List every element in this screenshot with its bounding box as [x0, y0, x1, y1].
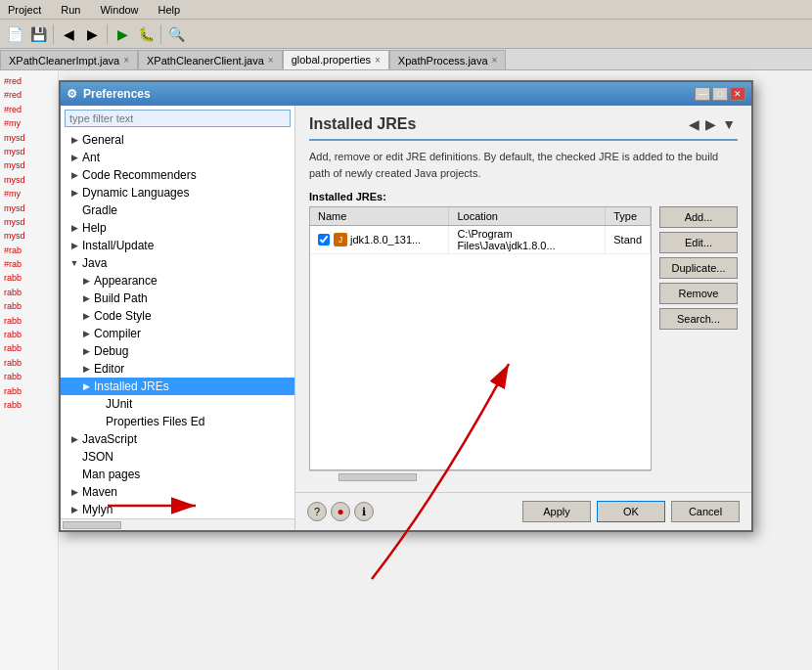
toolbar-new-btn[interactable]: 📄: [4, 23, 25, 45]
tab-label-xpath-client: XPathCleanerClient.java: [147, 55, 264, 67]
preferences-dialog: ⚙ Preferences — □ ✕: [59, 80, 753, 532]
tab-global-props[interactable]: global.properties ×: [283, 50, 389, 69]
tree-label-junit: JUnit: [104, 396, 134, 412]
toolbar-run-btn[interactable]: ▶: [112, 23, 133, 45]
tree-item-junit[interactable]: JUnit: [61, 395, 294, 413]
table-hscroll[interactable]: [309, 470, 652, 482]
tree-hscroll[interactable]: [61, 518, 294, 530]
record-icon-btn[interactable]: ●: [331, 502, 350, 521]
tree-arrow-editor: ▶: [80, 364, 92, 374]
toolbar-search-btn[interactable]: 🔍: [165, 23, 187, 45]
toolbar-fwd-btn[interactable]: ▶: [81, 23, 103, 45]
tree-label-debug: Debug: [92, 343, 130, 359]
tree-item-general[interactable]: ▶ General: [61, 131, 294, 149]
tree-arrow-dynamic-languages: ▶: [68, 188, 80, 198]
tree-item-compiler[interactable]: ▶ Compiler: [61, 325, 294, 342]
tree-item-installed-jres[interactable]: ▶ Installed JREs: [61, 378, 294, 395]
info-icon-btn[interactable]: ℹ: [354, 502, 374, 521]
content-title: Installed JREs: [309, 115, 416, 133]
tree-item-man-pages[interactable]: Man pages: [61, 466, 294, 483]
search-btn[interactable]: Search...: [659, 308, 738, 330]
tree-arrow-build-path: ▶: [80, 293, 92, 303]
tab-close-xpath-impt[interactable]: ×: [123, 55, 129, 66]
tree-item-dynamic-languages[interactable]: ▶ Dynamic Languages: [61, 184, 294, 201]
tree-arrow-mylyn: ▶: [68, 505, 80, 514]
menu-bar: Project Run Window Help: [0, 0, 812, 20]
tree-label-general: General: [80, 132, 126, 148]
toolbar-save-btn[interactable]: 💾: [27, 23, 49, 45]
tree-item-build-path[interactable]: ▶ Build Path: [61, 290, 294, 307]
cancel-btn[interactable]: Cancel: [671, 501, 740, 522]
toolbar-debug-btn[interactable]: 🐛: [135, 23, 157, 45]
tree-arrow-maven: ▶: [68, 487, 80, 497]
col-type: Type: [606, 207, 651, 226]
jre-table-container[interactable]: Name Location Type: [309, 206, 652, 470]
tree-label-ant: Ant: [80, 150, 102, 165]
nav-back-btn[interactable]: ◀: [687, 116, 701, 132]
remove-btn[interactable]: Remove: [659, 283, 738, 304]
tab-close-xpath-process[interactable]: ×: [492, 55, 498, 66]
tree-arrow-javascript: ▶: [68, 434, 80, 444]
tree-arrow-debug: ▶: [80, 346, 92, 356]
content-desc: Add, remove or edit JRE definitions. By …: [309, 149, 738, 181]
ok-btn[interactable]: OK: [597, 501, 665, 522]
title-row: Installed JREs ◀ ▶ ▼: [309, 115, 738, 133]
footer-left: ? ● ℹ: [307, 501, 517, 522]
tree-label-maven: Maven: [80, 484, 119, 500]
help-icon-btn[interactable]: ?: [307, 502, 327, 521]
tree-item-code-style[interactable]: ▶ Code Style: [61, 307, 294, 325]
tab-close-xpath-client[interactable]: ×: [268, 55, 274, 66]
tree-item-maven[interactable]: ▶ Maven: [61, 483, 294, 501]
dialog-maximize-btn[interactable]: □: [712, 87, 728, 101]
dialog-minimize-btn[interactable]: —: [695, 87, 710, 101]
menu-window[interactable]: Window: [96, 3, 142, 17]
dialog-close-btn[interactable]: ✕: [730, 87, 745, 101]
tree-label-appearance: Appearance: [92, 273, 159, 289]
menu-run[interactable]: Run: [57, 3, 84, 17]
tab-close-global-props[interactable]: ×: [375, 55, 381, 66]
tab-xpath-impt[interactable]: XPathCleanerImpt.java ×: [0, 50, 138, 69]
tab-xpath-client[interactable]: XPathCleanerClient.java ×: [138, 50, 283, 69]
nav-fwd-btn[interactable]: ▶: [703, 116, 718, 132]
tree-item-ant[interactable]: ▶ Ant: [61, 149, 294, 166]
duplicate-btn[interactable]: Duplicate...: [659, 257, 738, 279]
tree-arrow-general: ▶: [68, 135, 80, 145]
menu-project[interactable]: Project: [4, 3, 45, 17]
jre-name-content: J jdk1.8.0_131...: [318, 233, 440, 246]
tree-item-code-recommenders[interactable]: ▶ Code Recommenders: [61, 166, 294, 184]
menu-help[interactable]: Help: [155, 3, 185, 17]
tree-arrow-code-style: ▶: [80, 311, 92, 321]
tree-item-gradle[interactable]: Gradle: [61, 201, 294, 219]
tree-scroll[interactable]: ▶ General ▶ Ant ▶ Code Recommenders: [61, 131, 294, 518]
tree-item-editor[interactable]: ▶ Editor: [61, 360, 294, 378]
add-btn[interactable]: Add...: [659, 206, 738, 228]
toolbar: 📄 💾 ◀ ▶ ▶ 🐛 🔍: [0, 20, 812, 49]
tree-item-mylyn[interactable]: ▶ Mylyn: [61, 501, 294, 518]
table-container-wrap: Name Location Type: [309, 206, 652, 482]
table-hscroll-thumb[interactable]: [338, 473, 417, 481]
edit-btn[interactable]: Edit...: [659, 232, 738, 253]
tree-item-properties-files[interactable]: Properties Files Ed: [61, 413, 294, 430]
apply-btn[interactable]: Apply: [522, 501, 591, 522]
tree-arrow-compiler: ▶: [80, 329, 92, 338]
tree-item-help[interactable]: ▶ Help: [61, 219, 294, 237]
nav-menu-btn[interactable]: ▼: [720, 116, 738, 132]
tree-label-code-style: Code Style: [92, 308, 154, 324]
toolbar-sep-3: [160, 24, 161, 44]
tree-hscroll-thumb[interactable]: [63, 521, 121, 529]
content-area: Installed JREs ◀ ▶ ▼ Add, remove or edit…: [295, 106, 751, 530]
tree-item-appearance[interactable]: ▶ Appearance: [61, 272, 294, 290]
table-row[interactable]: J jdk1.8.0_131... C:\Program Files\Java\…: [310, 226, 651, 254]
col-location: Location: [449, 207, 606, 226]
tree-filter-input[interactable]: [65, 110, 291, 127]
tab-label-xpath-process: XpathProcess.java: [398, 55, 488, 67]
tree-item-debug[interactable]: ▶ Debug: [61, 342, 294, 360]
tree-item-json[interactable]: JSON: [61, 448, 294, 466]
tree-item-javascript[interactable]: ▶ JavaScript: [61, 430, 294, 448]
tab-xpath-process[interactable]: XpathProcess.java ×: [389, 50, 507, 69]
tree-item-install-update[interactable]: ▶ Install/Update: [61, 237, 294, 254]
tree-item-java[interactable]: ▼ Java: [61, 254, 294, 272]
tree-label-java: Java: [80, 255, 109, 271]
jre-checkbox[interactable]: [318, 234, 330, 246]
toolbar-back-btn[interactable]: ◀: [58, 23, 79, 45]
